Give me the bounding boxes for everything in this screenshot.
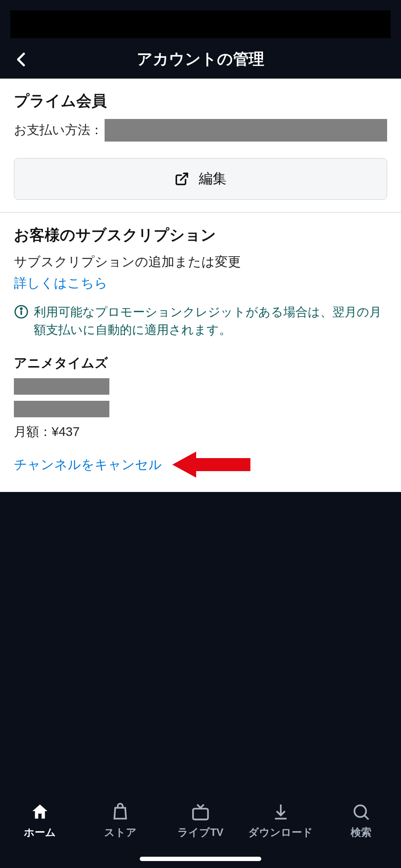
price-label: 月額： [14, 425, 52, 439]
chevron-left-icon [13, 51, 30, 68]
channel-block: アニメタイムズ 月額：¥437 チャンネルをキャンセル [0, 351, 401, 492]
arrow-annotation-icon [172, 449, 250, 480]
svg-line-7 [364, 815, 368, 820]
promo-info-row: 利用可能なプロモーションクレジットがある場合は、翌月の月額支払いに自動的に適用さ… [14, 304, 387, 339]
page-title: アカウントの管理 [30, 49, 371, 70]
channel-redacted-1 [14, 378, 109, 395]
home-icon [30, 802, 50, 822]
info-icon [14, 304, 29, 319]
external-link-icon [174, 172, 189, 186]
promo-info-text: 利用可能なプロモーションクレジットがある場合は、翌月の月額支払いに自動的に適用さ… [34, 304, 387, 339]
status-bar [0, 0, 401, 10]
subscriptions-section: お客様のサブスクリプション サブスクリプションの追加または変更 詳しくはこちら … [0, 213, 401, 351]
cancel-row: チャンネルをキャンセル [14, 449, 387, 480]
subscriptions-title: お客様のサブスクリプション [14, 225, 387, 245]
redacted-top-bar [10, 10, 391, 38]
payment-method-label: お支払い方法： [14, 122, 103, 139]
nav-download[interactable]: ダウンロード [244, 802, 318, 839]
livetv-icon [191, 802, 210, 822]
search-icon [351, 802, 371, 822]
download-icon [271, 802, 291, 822]
cancel-channel-link[interactable]: チャンネルをキャンセル [14, 456, 162, 474]
prime-section: プライム会員 お支払い方法： 編集 [0, 79, 401, 212]
nav-livetv-label: ライブTV [177, 825, 224, 839]
nav-store[interactable]: ストア [83, 802, 157, 839]
channel-redacted-2 [14, 401, 109, 417]
nav-download-label: ダウンロード [248, 825, 313, 839]
svg-rect-5 [193, 809, 208, 819]
nav-home[interactable]: ホーム [3, 802, 77, 839]
home-indicator [140, 857, 261, 861]
edit-button-label: 編集 [199, 169, 227, 188]
svg-point-6 [354, 805, 366, 817]
payment-method-row: お支払い方法： [14, 119, 387, 142]
store-icon [110, 802, 130, 822]
svg-line-0 [181, 173, 187, 180]
page-header: アカウントの管理 [0, 40, 401, 79]
nav-store-label: ストア [104, 825, 137, 839]
edit-button[interactable]: 編集 [14, 158, 387, 200]
prime-section-title: プライム会員 [14, 91, 387, 111]
learn-more-link[interactable]: 詳しくはこちら [14, 274, 108, 292]
nav-livetv[interactable]: ライブTV [164, 802, 237, 839]
payment-method-redacted [105, 119, 387, 142]
channel-price-row: 月額：¥437 [14, 423, 387, 441]
nav-home-label: ホーム [24, 825, 56, 839]
subscriptions-description: サブスクリプションの追加または変更 [14, 253, 387, 271]
bottom-nav: ホーム ストア ライブTV ダウンロード 検索 [0, 794, 401, 868]
svg-marker-4 [172, 452, 250, 478]
nav-search[interactable]: 検索 [324, 802, 398, 839]
content-area: プライム会員 お支払い方法： 編集 お客様のサブスクリプション サブスクリプショ… [0, 79, 401, 492]
svg-point-3 [20, 308, 22, 309]
nav-search-label: 検索 [351, 825, 371, 839]
back-button[interactable] [13, 51, 30, 68]
price-value: ¥437 [52, 425, 80, 439]
channel-name: アニメタイムズ [14, 354, 387, 372]
